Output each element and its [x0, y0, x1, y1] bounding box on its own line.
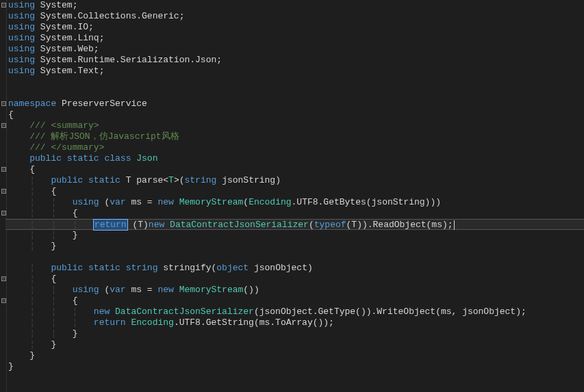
code-line[interactable]: using System.Linq; [7, 33, 584, 44]
code-line[interactable]: ¦ public static string stringify(object … [7, 263, 584, 274]
code-area[interactable]: -using System; using System.Collections.… [7, 0, 584, 392]
code-line[interactable]: ¦ } [7, 339, 584, 350]
fold-marker[interactable]: - [1, 276, 6, 281]
gutter [0, 0, 7, 392]
code-line[interactable]: using System.Collections.Generic; [7, 11, 584, 22]
code-line[interactable]: using System.Runtime.Serialization.Json; [7, 55, 584, 66]
code-line[interactable]: - ¦ { [7, 186, 584, 197]
code-line[interactable]: - /// <summary> [7, 120, 584, 131]
current-line[interactable]: ¦ ¦ ¦ return (T)new DataContractJsonSeri… [5, 219, 584, 230]
code-line[interactable]: using System.Text; [7, 66, 584, 77]
code-line[interactable]: -using System; [7, 0, 584, 11]
code-line[interactable]: } [7, 361, 584, 372]
code-line[interactable]: ¦ ¦ ¦ new DataContractJsonSerializer(jso… [7, 306, 584, 317]
code-line[interactable]: - { [7, 164, 584, 175]
code-line[interactable]: ¦ ¦ ¦ return Encoding.UTF8.GetString(ms.… [7, 317, 584, 328]
fold-marker[interactable]: - [1, 3, 6, 8]
code-line[interactable]: ¦ ¦ } [7, 230, 584, 241]
text-cursor [454, 220, 455, 230]
fold-marker[interactable]: - [1, 211, 6, 215]
code-line[interactable]: /// </summary> [7, 142, 584, 153]
fold-marker[interactable]: - [1, 101, 6, 106]
code-line[interactable]: ¦ public static T parse<T>(string jsonSt… [7, 175, 584, 186]
code-line[interactable]: } [7, 350, 584, 361]
code-line[interactable]: - ¦ ¦ { [7, 208, 584, 219]
code-line[interactable]: ¦ ¦ using (var ms = new MemoryStream()) [7, 285, 584, 296]
code-line[interactable]: ¦ ¦ using (var ms = new MemoryStream(Enc… [7, 197, 584, 208]
code-line[interactable]: ¦ } [7, 241, 584, 252]
fold-marker[interactable]: - [1, 167, 6, 172]
code-editor[interactable]: -using System; using System.Collections.… [0, 0, 584, 392]
code-line[interactable] [7, 252, 584, 263]
fold-marker[interactable]: - [1, 123, 6, 128]
fold-marker[interactable]: - [1, 189, 6, 194]
fold-marker[interactable]: - [1, 298, 6, 303]
blank [7, 77, 584, 99]
code-line[interactable]: - ¦ ¦ { [7, 296, 584, 306]
code-line[interactable]: using System.Web; [7, 44, 584, 55]
code-line[interactable]: public static class Json [7, 153, 584, 164]
code-line[interactable]: { [7, 109, 584, 120]
code-line[interactable]: ¦ ¦ } [7, 328, 584, 339]
code-line[interactable]: using System.IO; [7, 22, 584, 33]
code-line[interactable]: -namespace PreserverService [7, 99, 584, 109]
code-line[interactable]: /// 解析JSON，仿Javascript风格 [7, 131, 584, 142]
code-line[interactable]: - ¦ { [7, 274, 584, 285]
